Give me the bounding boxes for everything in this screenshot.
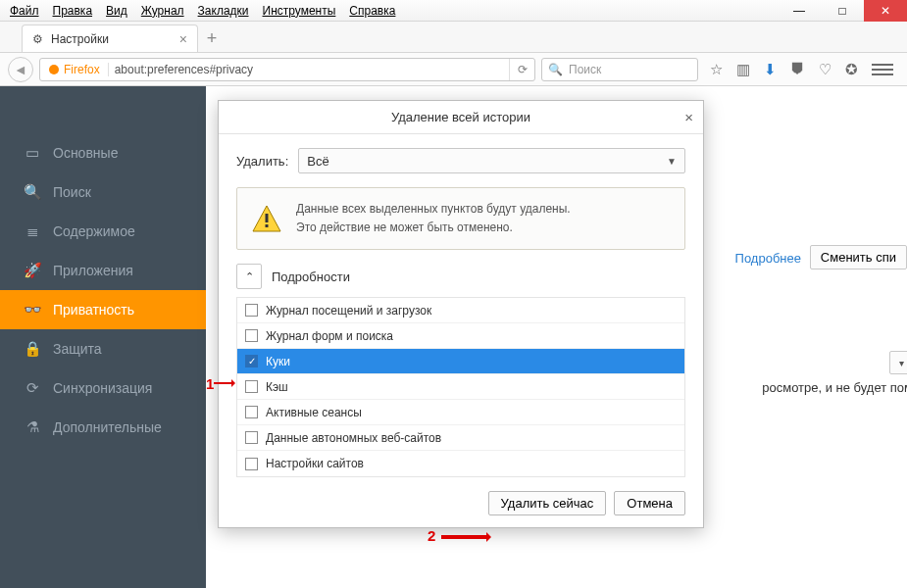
window-menubar: Файл Правка Вид Журнал Закладки Инструме… xyxy=(0,0,907,22)
tab-strip: ⚙ Настройки × + xyxy=(0,22,907,53)
annotation-1-arrow xyxy=(214,382,233,384)
content-area: ▭Основные🔍Поиск≣Содержимое🚀Приложения👓Пр… xyxy=(0,86,907,588)
history-item-label: Журнал форм и поиска xyxy=(266,329,393,343)
chevron-down-icon: ▼ xyxy=(667,156,677,167)
pocket-icon[interactable]: ⛊ xyxy=(790,61,805,77)
url-bar[interactable]: Firefox about:preferences#privacy ⟳ xyxy=(39,58,535,81)
warning-box: Данные всех выделенных пунктов будут уда… xyxy=(236,187,685,250)
addon-icon[interactable]: ✪ xyxy=(845,61,858,78)
details-toggle-button[interactable]: ⌃ xyxy=(236,264,262,289)
new-tab-button[interactable]: + xyxy=(198,24,226,52)
warning-line-1: Данные всех выделенных пунктов будут уда… xyxy=(296,200,571,219)
gear-icon: ⚙ xyxy=(32,32,43,46)
history-item-1[interactable]: Журнал форм и поиска xyxy=(237,323,684,349)
menu-tools[interactable]: Инструменты xyxy=(263,4,336,18)
search-icon: 🔍 xyxy=(548,63,563,76)
window-close-button[interactable]: ✕ xyxy=(864,0,907,22)
bookmark-star-icon[interactable]: ☆ xyxy=(710,61,723,78)
tab-close-button[interactable]: × xyxy=(179,31,187,47)
checkbox[interactable] xyxy=(245,458,258,470)
history-item-label: Активные сеансы xyxy=(266,406,362,419)
history-item-label: Журнал посещений и загрузок xyxy=(266,304,431,318)
url-text: about:preferences#privacy xyxy=(109,63,259,76)
checkbox[interactable]: ✓ xyxy=(245,355,258,368)
time-range-select[interactable]: Всё ▼ xyxy=(298,148,685,173)
reload-button[interactable]: ⟳ xyxy=(509,59,534,80)
checkbox[interactable] xyxy=(245,304,258,317)
annotation-2: 2 xyxy=(428,527,435,544)
window-minimize-button[interactable]: — xyxy=(778,0,821,22)
clear-now-button[interactable]: Удалить сейчас xyxy=(488,491,607,515)
menu-edit[interactable]: Правка xyxy=(53,4,93,18)
menu-file[interactable]: Файл xyxy=(10,4,39,18)
history-item-label: Кэш xyxy=(266,380,288,394)
annotation-2-arrow xyxy=(441,535,488,539)
navigation-toolbar: ◄ Firefox about:preferences#privacy ⟳ 🔍 … xyxy=(0,53,907,86)
time-range-value: Всё xyxy=(307,154,328,169)
svg-rect-2 xyxy=(266,214,269,222)
svg-point-0 xyxy=(49,65,59,74)
dialog-title-bar: Удаление всей истории × xyxy=(219,101,703,134)
dialog-title: Удаление всей истории xyxy=(391,110,530,124)
history-items-list: Журнал посещений и загрузокЖурнал форм и… xyxy=(236,297,685,477)
downloads-icon[interactable]: ⬇ xyxy=(764,61,777,78)
menubar: Файл Правка Вид Журнал Закладки Инструме… xyxy=(0,4,395,18)
checkbox[interactable] xyxy=(245,431,258,444)
search-placeholder: Поиск xyxy=(569,63,601,76)
checkbox[interactable] xyxy=(245,406,258,418)
window-maximize-button[interactable]: □ xyxy=(821,0,864,22)
search-bar[interactable]: 🔍 Поиск xyxy=(541,58,698,81)
history-item-0[interactable]: Журнал посещений и загрузок xyxy=(237,298,684,323)
menu-help[interactable]: Справка xyxy=(349,4,395,18)
menu-view[interactable]: Вид xyxy=(106,4,127,18)
history-item-3[interactable]: Кэш xyxy=(237,374,684,400)
history-item-label: Куки xyxy=(266,355,290,368)
clear-history-dialog: Удаление всей истории × Удалить: Всё ▼ xyxy=(218,100,704,528)
menu-button[interactable] xyxy=(872,59,893,80)
checkbox[interactable] xyxy=(245,329,258,342)
tab-title: Настройки xyxy=(51,32,109,46)
cancel-button[interactable]: Отмена xyxy=(614,491,685,515)
warning-line-2: Это действие не может быть отменено. xyxy=(296,219,571,237)
history-item-label: Данные автономных веб-сайтов xyxy=(266,431,441,445)
history-item-4[interactable]: Активные сеансы xyxy=(237,400,684,425)
dialog-close-button[interactable]: × xyxy=(684,109,693,125)
tab-settings[interactable]: ⚙ Настройки × xyxy=(22,24,198,52)
back-button[interactable]: ◄ xyxy=(8,57,33,82)
history-item-2[interactable]: ✓Куки xyxy=(237,349,684,374)
details-label: Подробности xyxy=(272,270,350,284)
identity-box[interactable]: Firefox xyxy=(40,63,109,76)
shield-icon[interactable]: ♡ xyxy=(819,61,831,78)
checkbox[interactable] xyxy=(245,380,258,393)
history-item-6[interactable]: Настройки сайтов xyxy=(237,451,684,476)
history-item-5[interactable]: Данные автономных веб-сайтов xyxy=(237,425,684,451)
svg-rect-3 xyxy=(266,224,269,227)
warning-icon xyxy=(251,203,282,234)
library-icon[interactable]: ▥ xyxy=(736,61,750,78)
menu-bookmarks[interactable]: Закладки xyxy=(198,4,249,18)
time-range-label: Удалить: xyxy=(236,154,288,169)
history-item-label: Настройки сайтов xyxy=(266,457,364,470)
menu-history[interactable]: Журнал xyxy=(141,4,184,18)
firefox-icon xyxy=(48,64,60,75)
